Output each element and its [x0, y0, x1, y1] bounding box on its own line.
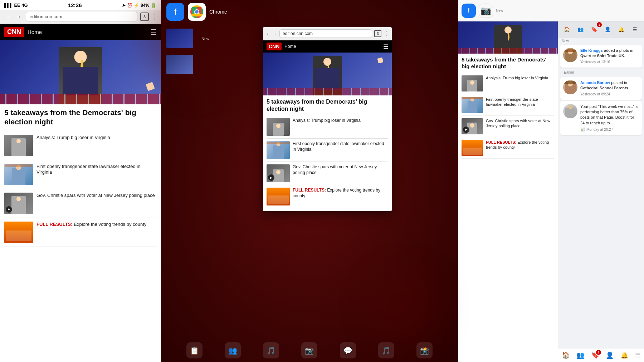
tab-thumb-2[interactable]: [166, 55, 193, 74]
fb-notif-amanda[interactable]: Amanda Barlow posted in Cathedral School…: [560, 77, 642, 100]
chrome-circle-icon: [190, 5, 203, 18]
fb-home-icon[interactable]: 🏠: [561, 24, 572, 35]
cnn-col-results[interactable]: FULL RESULTS: Explore the voting trends …: [462, 137, 554, 159]
cnn-col-thumb-trump: [462, 75, 483, 91]
cnn-trans-banner: [462, 97, 483, 99]
chrome-inner-circle: [194, 9, 199, 14]
chrome-flag-strip: [263, 88, 392, 95]
fb-notif-elle[interactable]: Elle Knaggs added a photo in Qwertee Shi…: [560, 45, 642, 68]
trump-silhouette-1: [11, 138, 26, 156]
dock-icon-4[interactable]: 📷: [301, 342, 317, 358]
chrome-cnn-header: CNN Home ☰: [263, 40, 392, 53]
fb-notif-text-amanda: Amanda Barlow posted in Cathedral School…: [580, 80, 639, 97]
fb-earlier-label: Earlier: [560, 69, 642, 76]
amanda-time: Yesterday at 09:24: [580, 92, 639, 97]
christie-silhouette-1: [11, 196, 26, 214]
right-fb-icon[interactable]: f: [462, 4, 476, 18]
chrome-news-christie[interactable]: ▶ Gov. Christie spars with voter at New …: [267, 162, 388, 185]
fb-nav-profile[interactable]: 👤: [606, 351, 614, 359]
main-headline-1[interactable]: 5 takeaways from the Democrats' big elec…: [4, 108, 157, 127]
fb-notifications: Elle Knaggs added a photo in Qwertee Shi…: [558, 43, 644, 137]
boost-sil: [565, 108, 575, 118]
chrome-news-trump[interactable]: Analysis: Trump big loser in Virginia: [267, 115, 388, 139]
url-bar-1[interactable]: edition.cnn.com: [26, 12, 137, 21]
results-overlay: [268, 195, 289, 204]
cnn-col-trump[interactable]: Analysis: Trump big loser in Virginia: [462, 73, 554, 94]
news-item-results-1[interactable]: FULL RESULTS: Explore the voting trends …: [4, 218, 157, 247]
fb-bell-icon[interactable]: 🔔: [615, 24, 627, 35]
battery-label: 84%: [141, 3, 149, 8]
chrome-main-headline[interactable]: 5 takeaways from the Democrats' big elec…: [267, 98, 388, 113]
dock-icon-7[interactable]: 📸: [416, 342, 433, 358]
thumb-up-1: [146, 82, 155, 91]
cnn-play-icon: ▶: [463, 127, 469, 133]
chrome-hero: [263, 53, 392, 95]
middle-section: f Chrome New ← → edition.cn: [161, 0, 458, 362]
chrome-article: 5 takeaways from the Democrats' big elec…: [263, 95, 392, 211]
chrome-news-trans[interactable]: First openly transgender state lawmaker …: [267, 139, 388, 162]
news-item-trump-1[interactable]: Analysis: Trump big loser in Virginia: [4, 131, 157, 160]
cnn-trump-sil: [467, 80, 477, 91]
cnn-col-christie[interactable]: ▶ Gov. Christie spars with voter at New …: [462, 116, 554, 137]
chrome-thumb-up: [377, 57, 383, 63]
chrome-hamburger[interactable]: ☰: [383, 43, 388, 50]
chrome-card-browser-bar: ← → edition.cnn.com 3 ⋮: [263, 27, 392, 40]
play-icon-1: ▶: [6, 206, 12, 213]
chrome-news-text-results: FULL RESULTS: Explore the voting trends …: [293, 188, 388, 199]
carrier-label: EE 4G: [14, 3, 28, 8]
chrome-card-url[interactable]: edition.cnn.com: [279, 29, 372, 38]
right-panel: f 📷 New 5 takeaways from the Democrats' …: [458, 0, 644, 362]
cnn-col-trans[interactable]: First openly transgender state lawmaker …: [462, 94, 554, 116]
fb-spacer: [558, 137, 644, 348]
results-text-1: Explore the voting trends by county: [74, 222, 146, 227]
back-button[interactable]: ←: [3, 13, 11, 21]
right-camera-icon[interactable]: 📷: [479, 4, 493, 18]
tab-thumb-inner-1: [166, 29, 193, 48]
fb-friends-icon[interactable]: 👥: [575, 24, 586, 35]
fb-nav-friends[interactable]: 👥: [576, 351, 584, 359]
chrome-play-icon: ▶: [268, 174, 274, 181]
card-back-btn[interactable]: ←: [266, 31, 270, 36]
dock-icon-2[interactable]: 👥: [225, 342, 241, 358]
dock-icon-5[interactable]: 💬: [340, 342, 356, 358]
facebook-app-icon[interactable]: f: [166, 3, 184, 21]
news-text-trans-1: First openly transgender state lawmaker …: [36, 164, 157, 176]
card-tab-count[interactable]: 3: [374, 30, 381, 37]
bottom-dock: 📋 👥 🎵 📷 💬 🎵 📸: [161, 342, 458, 358]
chrome-thumb-trans: [267, 141, 290, 159]
news-text-results-1: FULL RESULTS: Explore the voting trends …: [36, 222, 146, 228]
cnn-home-link-1[interactable]: Home: [28, 29, 42, 35]
results-overlay-r: [463, 148, 482, 155]
news-item-christie-1[interactable]: ▶ Gov. Christie spars with voter at New …: [4, 189, 157, 218]
chrome-app-icon[interactable]: [188, 3, 206, 21]
chrome-cnn-home[interactable]: Home: [284, 44, 296, 49]
chrome-cnn-logo[interactable]: CNN: [267, 43, 282, 50]
cnn-col-text-trans: First openly transgender state lawmaker …: [486, 97, 554, 107]
alarm-icon: ⏰: [127, 3, 132, 8]
chrome-yellow-tie: [327, 65, 330, 75]
cnn-logo-1[interactable]: CNN: [4, 27, 24, 37]
fb-nav-home[interactable]: 🏠: [562, 351, 570, 359]
tab-thumb-1[interactable]: [166, 29, 193, 48]
chrome-news-results[interactable]: FULL RESULTS: Explore the voting trends …: [267, 185, 388, 208]
card-more-btn[interactable]: ⋮: [384, 30, 389, 37]
fb-profile-icon[interactable]: 👤: [602, 24, 613, 35]
news-item-trans-1[interactable]: First openly transgender state lawmaker …: [4, 160, 157, 189]
forward-button[interactable]: →: [14, 13, 23, 21]
cnn-col-headline[interactable]: 5 takeaways from the Democrats' big elec…: [462, 56, 554, 70]
fb-notifications-icon[interactable]: 🔖 1: [588, 24, 600, 35]
boost-head: [568, 105, 572, 109]
thumb-results-1: [4, 222, 33, 243]
tab-thumb-inner-2: [166, 55, 193, 74]
card-fwd-btn[interactable]: →: [273, 31, 277, 36]
dock-icon-6[interactable]: 🎵: [378, 342, 394, 358]
chrome-thumb-trump: [267, 118, 290, 136]
dock-icon-3[interactable]: 🎵: [263, 342, 279, 358]
fb-menu-icon[interactable]: ☰: [629, 24, 640, 35]
dock-icon-1[interactable]: 📋: [186, 342, 203, 358]
fb-nav-notifications[interactable]: 🔖 1: [591, 351, 599, 359]
cnn-col-text-christie: Gov. Christie spars with voter at New Je…: [486, 118, 554, 129]
fb-top-icons: 🏠 👥 🔖 1 👤 🔔 ☰: [558, 21, 644, 38]
fb-notif-boost[interactable]: Your post "This week we ma..." is perfor…: [560, 101, 642, 135]
elle-hair: [564, 49, 577, 52]
